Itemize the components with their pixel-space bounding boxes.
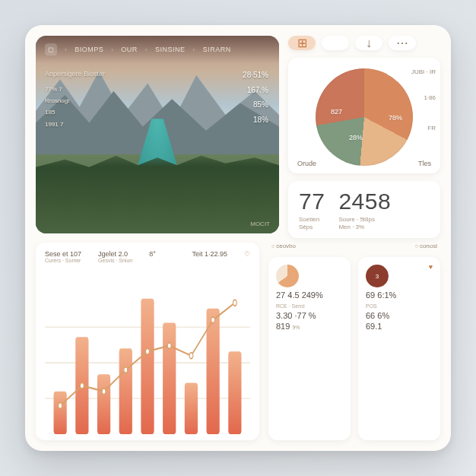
hero-left-stats: Anpersigere Bioster 77% 7 Rrosnogi 185 1…: [45, 68, 105, 130]
pie-side-1: 1·86: [424, 94, 436, 102]
svg-point-20: [189, 353, 193, 359]
kpi-value-a: 77: [299, 189, 325, 214]
action-pill-row: ⊞ ↓ ⋯: [288, 36, 440, 50]
svg-rect-5: [54, 392, 67, 434]
pie-legend-right: Tles: [418, 160, 431, 167]
dashboard-device: ◻ › BIOMPS › OUR › SINSINE › SIRARN Anpe…: [25, 25, 451, 451]
nav-item-3[interactable]: SIRARN: [203, 46, 231, 53]
kpi-card: 77 SoetienSêps 2458 Soure · 5t8psMen · 3…: [288, 181, 440, 238]
svg-rect-10: [163, 323, 176, 434]
kpi-value-b: 2458: [338, 189, 391, 214]
pie-legend-left: Orude: [297, 160, 316, 167]
grid-button[interactable]: ⊞: [288, 36, 316, 50]
chart-card: Sese et 107Curers · Somer Jgelet 2.0Gesv…: [36, 243, 259, 440]
bar-line-chart[interactable]: [45, 268, 250, 434]
hero-subtitle: Anpersigere Bioster: [45, 68, 105, 81]
chart-header: Sese et 107Curers · Somer Jgelet 2.0Gesv…: [45, 250, 250, 263]
spacer-pill: [322, 36, 349, 50]
metrics-head-left[interactable]: ceovbo: [271, 243, 296, 249]
hero-footnote: MOCIT: [250, 221, 270, 227]
chevron-right-icon: ›: [65, 46, 67, 53]
hero-navbar: ◻ › BIOMPS › OUR › SINSINE › SIRARN: [36, 36, 279, 63]
svg-point-16: [102, 389, 106, 395]
pie-chart[interactable]: 827 28% 78%: [316, 68, 413, 166]
svg-point-22: [233, 300, 236, 306]
nav-item-1[interactable]: OUR: [121, 46, 138, 53]
svg-rect-7: [97, 374, 110, 434]
metric-card-a[interactable]: 27 4.5 249% RCE · Serrd 3.30 ·77 % 819 9…: [268, 257, 351, 440]
pie-label-a: 827: [331, 108, 342, 116]
hero-right-stats: 28·51% 167.% 85% 18%: [243, 68, 268, 127]
metrics-column: ceovbo conosi 27 4.5 249% RCE · Serrd 3.…: [268, 243, 440, 440]
side-column: ⊞ ↓ ⋯ 827 28% 78% JUBI · IR 1·86 FR Orud…: [288, 36, 440, 233]
heart-icon[interactable]: ♡: [244, 250, 250, 258]
more-button[interactable]: ⋯: [389, 36, 416, 50]
bottom-row: Sese et 107Curers · Somer Jgelet 2.0Gesv…: [36, 243, 440, 440]
nav-item-0[interactable]: BIOMPS: [75, 46, 103, 53]
svg-rect-11: [185, 382, 198, 434]
svg-rect-8: [119, 348, 132, 434]
svg-point-17: [124, 367, 128, 373]
ring-a: [276, 265, 299, 287]
ring-b: 3: [366, 265, 389, 287]
pie-side-2: FR: [427, 125, 436, 132]
hero-panel: ◻ › BIOMPS › OUR › SINSINE › SIRARN Anpe…: [36, 36, 279, 233]
svg-point-14: [59, 403, 62, 409]
svg-point-19: [167, 343, 171, 349]
svg-point-21: [211, 317, 215, 323]
pie-side-0: JUBI · IR: [411, 68, 436, 76]
heart-icon[interactable]: ♥: [429, 263, 433, 271]
pie-label-c: 78%: [389, 114, 402, 122]
pie-label-b: 28%: [349, 134, 363, 141]
svg-rect-13: [228, 351, 241, 434]
nav-item-2[interactable]: SINSINE: [155, 46, 186, 53]
svg-point-18: [146, 348, 150, 354]
pie-card: 827 28% 78% JUBI · IR 1·86 FR Orude Tles: [288, 58, 440, 173]
download-button[interactable]: ↓: [355, 36, 382, 50]
svg-rect-9: [141, 299, 154, 434]
svg-point-15: [80, 382, 84, 389]
menu-icon[interactable]: ◻: [45, 43, 57, 56]
metrics-head-right[interactable]: conosi: [415, 243, 437, 249]
metric-card-b[interactable]: ♥ 3 69 6:1% POS 66 6% 69.1: [358, 257, 440, 440]
top-row: ◻ › BIOMPS › OUR › SINSINE › SIRARN Anpe…: [36, 36, 440, 233]
